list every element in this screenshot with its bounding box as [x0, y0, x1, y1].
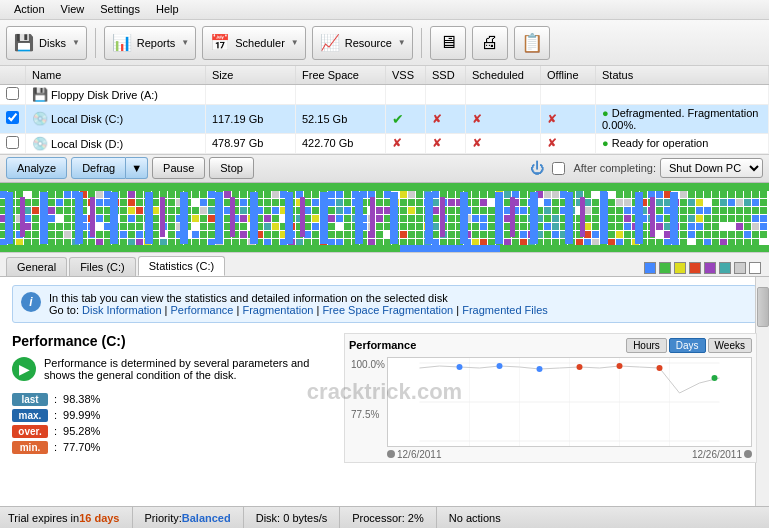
menu-action[interactable]: Action — [6, 2, 53, 17]
svg-point-8 — [457, 364, 463, 370]
col-check — [0, 66, 26, 84]
svg-point-12 — [617, 363, 623, 369]
disks-button[interactable]: 💾 Disks ▼ — [6, 26, 87, 60]
time-days-button[interactable]: Days — [669, 338, 706, 353]
scheduler-icon: 📅 — [209, 32, 231, 54]
export-icon: 📋 — [521, 32, 543, 54]
col-freespace: Free Space — [296, 66, 386, 84]
link-fragmentation[interactable]: Fragmentation — [242, 304, 313, 316]
date-end-label: 12/26/2011 — [692, 449, 742, 460]
time-hours-button[interactable]: Hours — [626, 338, 667, 353]
date-start-label: 12/6/2011 — [397, 449, 442, 460]
drive-checkbox[interactable] — [0, 104, 26, 133]
stat-label-over: over. — [12, 425, 48, 438]
status-priority: Priority: Balanced — [133, 507, 244, 528]
separator-2 — [421, 28, 422, 58]
tab-statistics[interactable]: Statistics (C:) — [138, 256, 225, 276]
menu-view[interactable]: View — [53, 2, 93, 17]
disks-icon: 💾 — [13, 32, 35, 54]
drive-ssd: ✘ — [426, 133, 466, 153]
disks-arrow-icon: ▼ — [72, 38, 80, 47]
tab-general[interactable]: General — [6, 257, 67, 276]
drive-offline — [541, 84, 596, 104]
svg-point-9 — [497, 363, 503, 369]
legend-white — [749, 262, 761, 274]
resource-button[interactable]: 📈 Resource ▼ — [312, 26, 413, 60]
icon-btn-1[interactable]: 🖥 — [430, 26, 466, 60]
col-offline: Offline — [541, 66, 596, 84]
reports-button[interactable]: 📊 Reports ▼ — [104, 26, 196, 60]
defrag-dropdown-button[interactable]: ▼ — [126, 157, 148, 179]
chart-area — [387, 357, 752, 447]
reports-arrow-icon: ▼ — [181, 38, 189, 47]
link-fragmented-files[interactable]: Fragmented Files — [462, 304, 548, 316]
performance-description: Performance is determined by several par… — [44, 357, 332, 381]
table-row[interactable]: 💾 Floppy Disk Drive (A:) — [0, 84, 769, 104]
menu-settings[interactable]: Settings — [92, 2, 148, 17]
table-row[interactable]: 💿 Local Disk (D:) 478.97 Gb 422.70 Gb ✘ … — [0, 133, 769, 153]
table-row[interactable]: 💿 Local Disk (C:) 117.19 Gb 52.15 Gb ✔ ✘… — [0, 104, 769, 133]
print-icon: 🖨 — [479, 32, 501, 54]
color-legend — [642, 260, 763, 276]
trial-days: 16 days — [79, 512, 119, 524]
folder-icon: 🖥 — [437, 32, 459, 54]
stat-value-last-num: 98.38% — [63, 393, 100, 405]
info-description: In this tab you can view the statistics … — [49, 292, 448, 304]
after-checkbox[interactable] — [552, 162, 565, 175]
status-bar: Trial expires in 16 days Priority: Balan… — [0, 506, 769, 528]
menu-help[interactable]: Help — [148, 2, 187, 17]
pause-button[interactable]: Pause — [152, 157, 205, 179]
analyze-button[interactable]: Analyze — [6, 157, 67, 179]
after-select[interactable]: Shut Down PC — [660, 158, 763, 178]
link-performance[interactable]: Performance — [171, 304, 234, 316]
defrag-group: Defrag ▼ — [71, 157, 148, 179]
link-disk-info[interactable]: Disk Information — [82, 304, 161, 316]
tab-files[interactable]: Files (C:) — [69, 257, 136, 276]
performance-desc: ▶ Performance is determined by several p… — [12, 357, 332, 381]
resource-icon: 📈 — [319, 32, 341, 54]
performance-section: Performance (C:) ▶ Performance is determ… — [12, 333, 757, 463]
chart-label-77: 77.5% — [351, 409, 379, 420]
col-size: Size — [206, 66, 296, 84]
performance-right: Performance Hours Days Weeks 100.0% 77.5… — [344, 333, 757, 463]
col-scheduled: Scheduled — [466, 66, 541, 84]
link-freespace-frag[interactable]: Free Space Fragmentation — [322, 304, 453, 316]
reports-label: Reports — [137, 37, 176, 49]
time-weeks-button[interactable]: Weeks — [708, 338, 752, 353]
drive-offline: ✘ — [541, 104, 596, 133]
disk-label: Disk: 0 bytes/s — [256, 512, 328, 524]
drive-checkbox[interactable] — [0, 133, 26, 153]
drive-status: ● Ready for operation — [596, 133, 769, 153]
status-disk: Disk: 0 bytes/s — [244, 507, 341, 528]
stat-over: over. : 95.28% — [12, 425, 332, 438]
power-icon: ⏻ — [530, 160, 544, 176]
resource-arrow-icon: ▼ — [398, 38, 406, 47]
drive-name: 💿 Local Disk (D:) — [26, 133, 206, 153]
scheduler-button[interactable]: 📅 Scheduler ▼ — [202, 26, 305, 60]
scrollbar-track[interactable] — [755, 277, 769, 507]
stat-last: last : 98.38% — [12, 393, 332, 406]
priority-value: Balanced — [182, 512, 231, 524]
scrollbar-thumb[interactable] — [757, 287, 769, 327]
legend-blue — [644, 262, 656, 274]
icon-btn-2[interactable]: 🖨 — [472, 26, 508, 60]
drive-scheduled: ✘ — [466, 133, 541, 153]
chart-date-start: 12/6/2011 — [387, 449, 442, 460]
disks-label: Disks — [39, 37, 66, 49]
status-trial: Trial expires in 16 days — [8, 507, 133, 528]
icon-btn-3[interactable]: 📋 — [514, 26, 550, 60]
drive-size — [206, 84, 296, 104]
trial-text: Trial expires in — [8, 512, 79, 524]
stop-button[interactable]: Stop — [209, 157, 254, 179]
performance-stats: last : 98.38% max. : 99.99% over. : 95.2… — [12, 393, 332, 454]
chart-label-100: 100.0% — [351, 359, 385, 370]
stat-colon-max: : — [54, 409, 57, 421]
chart-title-row: Performance Hours Days Weeks — [349, 338, 752, 353]
drive-size: 117.19 Gb — [206, 104, 296, 133]
info-text: In this tab you can view the statistics … — [49, 292, 548, 316]
dot-start — [387, 450, 395, 458]
legend-green — [659, 262, 671, 274]
after-label: After completing: — [573, 162, 656, 174]
drive-checkbox[interactable] — [0, 84, 26, 104]
defrag-button[interactable]: Defrag — [71, 157, 126, 179]
